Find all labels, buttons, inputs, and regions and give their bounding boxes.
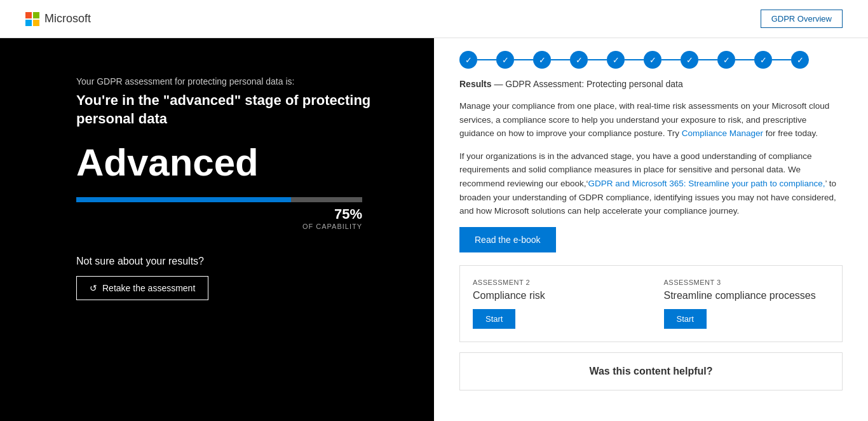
progress-percent: 75% [76, 206, 362, 223]
dot-10: ✓ [791, 51, 809, 69]
dot-2: ✓ [496, 51, 514, 69]
assessment-2-name: Compliance risk [473, 290, 639, 301]
results-heading-bold: Results [459, 79, 492, 89]
assessment-3-start-button[interactable]: Start [664, 309, 707, 329]
dot-connector-9 [772, 59, 791, 60]
description-text-1: Manage your compliance from one place, w… [459, 99, 843, 141]
results-heading-rest: — GDPR Assessment: Protecting personal d… [492, 79, 683, 89]
assessment-2-start-button[interactable]: Start [473, 309, 515, 329]
assessment-3-number: ASSESSMENT 3 [664, 279, 830, 286]
not-sure-text: Not sure about your results? [76, 256, 402, 267]
dot-connector-7 [698, 59, 717, 60]
microsoft-logo: Microsoft [25, 12, 91, 26]
desc1-end: for free today. [763, 128, 818, 138]
compliance-manager-link[interactable]: Compliance Manager [682, 128, 763, 138]
read-ebook-button[interactable]: Read the e-book [459, 227, 556, 252]
progress-bar-track [76, 197, 362, 202]
ms-logo-grid [25, 12, 39, 26]
left-panel: Your GDPR assessment for protecting pers… [0, 38, 434, 421]
ms-green-square [33, 12, 39, 18]
retake-label: Retake the assessment [102, 283, 195, 293]
dot-1: ✓ [459, 51, 477, 69]
right-panel: ✓ ✓ ✓ ✓ ✓ ✓ ✓ ✓ ✓ ✓ Results — GDPR Asses… [434, 38, 868, 421]
results-heading: Results — GDPR Assessment: Protecting pe… [459, 79, 843, 89]
dot-9: ✓ [754, 51, 772, 69]
dot-connector-3 [551, 59, 570, 60]
assessment-cards: ASSESSMENT 2 Compliance risk Start ASSES… [459, 265, 843, 342]
dot-connector-8 [735, 59, 754, 60]
assessment-card-3: ASSESSMENT 3 Streamline compliance proce… [664, 279, 830, 329]
ms-yellow-square [33, 20, 39, 26]
assessment-stage-title: You're in the "advanced" stage of protec… [76, 92, 402, 128]
assessment-subtitle: Your GDPR assessment for protecting pers… [76, 76, 402, 86]
ms-red-square [25, 12, 32, 18]
dot-5: ✓ [607, 51, 625, 69]
description-text-2: If your organizations is in the advanced… [459, 149, 843, 218]
helpful-section: Was this content helpful? [459, 352, 843, 390]
stage-label: Advanced [76, 141, 402, 184]
dot-4: ✓ [570, 51, 588, 69]
main-container: Your GDPR assessment for protecting pers… [0, 38, 868, 421]
assessment-card-2: ASSESSMENT 2 Compliance risk Start [473, 279, 639, 329]
dot-connector-5 [625, 59, 644, 60]
dot-connector-1 [477, 59, 496, 60]
dot-connector-4 [588, 59, 607, 60]
assessment-3-name: Streamline compliance processes [664, 290, 830, 301]
capability-label: OF CAPABILITY [76, 223, 362, 230]
header: Microsoft GDPR Overview [0, 0, 868, 38]
progress-bar-fill [76, 197, 291, 202]
dot-connector-6 [661, 59, 681, 60]
assessment-2-number: ASSESSMENT 2 [473, 279, 639, 286]
progress-dots: ✓ ✓ ✓ ✓ ✓ ✓ ✓ ✓ ✓ ✓ [459, 51, 843, 69]
gdpr-overview-button[interactable]: GDPR Overview [761, 10, 843, 28]
ms-blue-square [25, 20, 32, 26]
dot-7: ✓ [681, 51, 698, 69]
helpful-title: Was this content helpful? [473, 366, 829, 377]
retake-assessment-button[interactable]: ↺ Retake the assessment [76, 276, 208, 300]
ms-logo-text: Microsoft [44, 12, 91, 25]
dot-3: ✓ [533, 51, 551, 69]
dot-connector-2 [514, 59, 533, 60]
progress-bar-container [76, 197, 362, 202]
dot-8: ✓ [717, 51, 735, 69]
retake-icon: ↺ [90, 283, 97, 293]
dot-6: ✓ [644, 51, 661, 69]
ebook-link[interactable]: GDPR and Microsoft 365: Streamline your … [588, 179, 825, 188]
